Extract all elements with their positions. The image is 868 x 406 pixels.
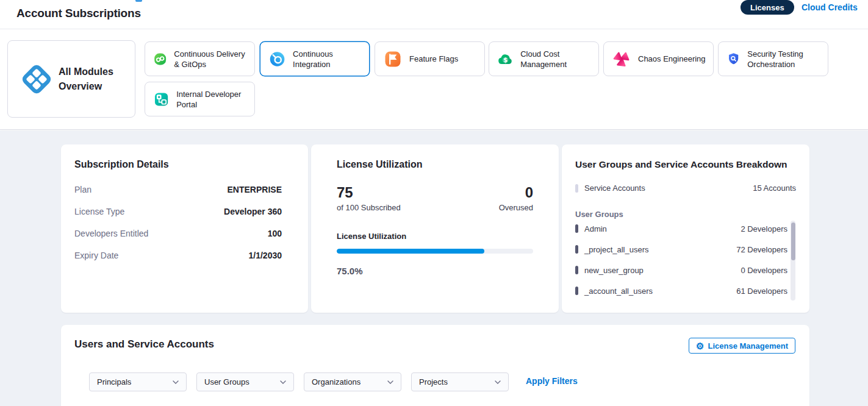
module-label: Cloud Cost Management [520, 49, 598, 69]
row-value: Developer 360 [224, 207, 282, 216]
license-management-label: License Management [708, 341, 789, 351]
subscription-details-card: Subscription Details Plan ENTERPRISE Lic… [61, 144, 308, 313]
user-group-row: _project_all_users 72 Developers [575, 239, 796, 260]
page-title: Account Subscriptions [16, 7, 141, 20]
overused-caption: Overused [499, 203, 533, 212]
breakdown-card: User Groups and Service Accounts Breakdo… [562, 144, 809, 313]
cloud-cost-management-icon: $ [497, 49, 514, 69]
license-utilization-card: License Utilization 75 of 100 Subscribed… [311, 144, 559, 313]
all-modules-overview-card[interactable]: All Modules Overview [7, 40, 135, 118]
scrollbar-track[interactable] [791, 221, 795, 301]
group-label: Admin [584, 224, 741, 233]
row-label: Plan [74, 185, 91, 194]
chevron-down-icon [173, 380, 179, 384]
utilization-progress [337, 249, 533, 254]
chevron-down-icon [495, 380, 501, 384]
users-section-card: Users and Service Accounts ⚙ License Man… [61, 325, 809, 406]
subscribed-stat: 75 of 100 Subscribed [337, 185, 401, 212]
module-label: Feature Flags [409, 54, 462, 64]
utilization-bar-fill [337, 249, 484, 254]
group-marker [575, 245, 578, 254]
group-value: 2 Developers [741, 224, 787, 233]
organizations-dropdown[interactable]: Organizations [304, 372, 401, 391]
licenses-button[interactable]: Licenses [741, 0, 794, 15]
row-label: Expiry Date [74, 251, 118, 260]
user-group-row: new_user_group 0 Developers [575, 260, 796, 280]
all-modules-overview-label: All Modules Overview [59, 65, 120, 94]
user-group-row: Admin 2 Developers [575, 218, 796, 239]
module-card-chaos-engineering[interactable]: Chaos Engineering [603, 41, 714, 76]
internal-developer-portal-icon [153, 90, 170, 109]
module-card-internal-developer-portal[interactable]: Internal Developer Portal [145, 82, 255, 116]
group-label: _account_all_users [584, 287, 736, 296]
row-value: 100 [268, 229, 282, 238]
feature-flags-icon [383, 49, 403, 69]
user-groups-dropdown[interactable]: User Groups [196, 372, 294, 391]
group-value: 0 Developers [741, 266, 787, 275]
cropped-icon-fragment [135, 0, 142, 2]
module-card-security-testing[interactable]: Security Testing Orchestration [718, 41, 828, 76]
overused-count: 0 [499, 185, 533, 201]
module-label: Continuous Delivery & GitOps [174, 49, 254, 69]
module-card-cloud-cost-management[interactable]: $ Cloud Cost Management [489, 41, 599, 76]
gear-icon: ⚙ [696, 341, 704, 351]
license-utilization-title: License Utilization [337, 159, 533, 170]
principals-dropdown[interactable]: Principals [89, 372, 187, 391]
page-header: Account Subscriptions Licenses Cloud Cre… [0, 0, 868, 29]
module-label: Internal Developer Portal [176, 89, 254, 110]
user-group-row: _account_all_users 61 Developers [575, 280, 796, 301]
subscription-row-license-type: License Type Developer 360 [74, 207, 282, 216]
subscription-row-developers-entitled: Developers Entitled 100 [74, 229, 282, 238]
subscription-row-plan: Plan ENTERPRISE [74, 185, 282, 194]
breakdown-title: User Groups and Service Accounts Breakdo… [575, 159, 796, 170]
group-label: new_user_group [584, 266, 741, 275]
cloud-credits-link[interactable]: Cloud Credits [802, 2, 858, 12]
row-value: 1/1/2030 [249, 251, 282, 260]
row-value: ENTERPRISE [228, 185, 282, 194]
security-testing-icon [726, 49, 741, 69]
chevron-down-icon [387, 380, 393, 384]
group-marker [575, 287, 578, 295]
service-accounts-value: 15 Accounts [753, 183, 796, 193]
continuous-delivery-icon [153, 49, 167, 69]
module-label: Continuous Integration [293, 49, 369, 69]
users-section-title: Users and Service Accounts [74, 338, 214, 351]
scrollbar-thumb[interactable] [791, 223, 795, 260]
subscribed-caption: of 100 Subscribed [337, 203, 401, 212]
apply-filters-link[interactable]: Apply Filters [526, 376, 578, 386]
content-section: Subscription Details Plan ENTERPRISE Lic… [0, 130, 868, 406]
subscribed-count: 75 [337, 185, 401, 201]
all-modules-icon [20, 63, 53, 96]
subscription-details-title: Subscription Details [74, 159, 295, 170]
row-label: Developers Entitled [74, 229, 148, 238]
module-card-feature-flags[interactable]: Feature Flags [375, 41, 485, 76]
service-accounts-label: Service Accounts [584, 183, 753, 193]
service-accounts-marker [575, 184, 578, 193]
group-value: 61 Developers [736, 287, 787, 296]
utilization-bar-label: License Utilization [337, 232, 533, 241]
continuous-integration-icon [268, 49, 286, 69]
utilization-percent: 75.0% [337, 266, 533, 276]
module-selector-section: All Modules Overview Continuous Delivery… [0, 29, 868, 130]
module-card-continuous-integration[interactable]: Continuous Integration [260, 41, 370, 76]
service-accounts-row: Service Accounts 15 Accounts [575, 183, 796, 193]
license-management-button[interactable]: ⚙ License Management [689, 338, 795, 354]
module-label: Chaos Engineering [638, 54, 709, 64]
overused-stat: 0 Overused [499, 185, 533, 212]
subscription-row-expiry-date: Expiry Date 1/1/2030 [74, 251, 282, 260]
group-label: _project_all_users [584, 245, 736, 254]
user-groups-list: Admin 2 Developers _project_all_users 72… [575, 218, 796, 301]
module-label: Security Testing Orchestration [747, 49, 828, 69]
chevron-down-icon [280, 380, 286, 384]
projects-dropdown[interactable]: Projects [411, 372, 509, 391]
svg-text:$: $ [503, 57, 508, 63]
group-marker [575, 266, 578, 274]
group-value: 72 Developers [736, 245, 787, 254]
module-card-continuous-delivery[interactable]: Continuous Delivery & GitOps [145, 41, 255, 76]
row-label: License Type [74, 207, 124, 216]
group-marker [575, 224, 578, 233]
chaos-engineering-icon [612, 49, 631, 69]
